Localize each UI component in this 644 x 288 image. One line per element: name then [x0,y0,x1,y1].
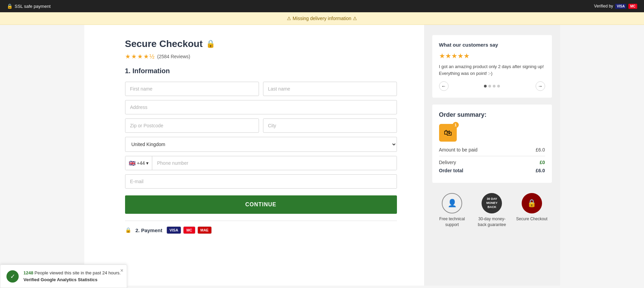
product-row: 🛍 1 [439,124,545,142]
sidebar-section: What our customers say ★★★★★ I got an am… [424,25,560,286]
secure-badge-icon: 🔒 [522,193,542,213]
visa-badge: VISA [615,4,626,9]
product-badge: 1 [453,122,459,128]
trust-badge-support: 👤 Free technical support [435,193,469,228]
zip-input[interactable] [125,118,259,133]
delivery-value: £0 [540,160,545,165]
email-group [125,174,397,189]
total-line: Order total £6.0 [439,168,545,173]
bottom-notification: ✓ 1248 People viewed this site in the pa… [0,265,127,288]
first-name-input[interactable] [125,82,259,96]
phone-prefix[interactable]: 🇬🇧 +44 ▾ [125,156,153,170]
payment-icon: 🔒 [125,227,132,233]
trust-badge-moneyback: 30 DAYMONEYBACK 30-day money-back guaran… [475,193,509,228]
moneyback-badge-icon: 30 DAYMONEYBACK [482,193,502,213]
order-divider [439,156,545,156]
star-rating: ★★★★½ [125,53,155,60]
trust-badge-secure: 🔒 Secure Checkout [515,193,549,222]
review-dots [484,85,500,87]
review-prev-button[interactable]: ← [439,81,449,91]
form-section: Secure Checkout 🔒 ★★★★½ (2584 Reviews) 1… [84,25,424,286]
payment-icons: VISA MC MAE [167,226,212,234]
delivery-label: Delivery [439,160,456,165]
review-card-title: What our customers say [439,42,545,48]
checkout-title: Secure Checkout 🔒 [125,38,397,49]
review-dot-1 [484,85,487,87]
email-input[interactable] [125,174,397,189]
order-summary: Order summary: 🛍 1 Amount to be paid £6.… [432,105,552,183]
top-bar: 🔒 SSL safe payment Verified by VISA MC [0,0,644,12]
phone-dropdown-icon: ▾ [146,160,149,166]
trust-badges: 👤 Free technical support 30 DAYMONEYBACK… [432,190,552,231]
name-row [125,82,397,96]
notification-text1: People viewed this site in the past 24 h… [35,270,121,275]
rating-row: ★★★★½ (2584 Reviews) [125,53,397,60]
verified-by: Verified by VISA MC [594,4,637,9]
zip-city-row [125,118,397,133]
mastercard-icon: MC [183,226,195,234]
checkout-title-text: Secure Checkout [125,38,203,49]
review-card: What our customers say ★★★★★ I got an am… [432,35,552,98]
phone-code: +44 [137,160,145,166]
main-layout: Secure Checkout 🔒 ★★★★½ (2584 Reviews) 1… [84,25,560,286]
maestro-icon: MAE [197,226,212,234]
warning-banner: ⚠ Missing delivery information ⚠ [0,12,644,25]
notification-close-button[interactable]: × [120,268,123,274]
country-select[interactable]: United Kingdom United States Germany Fra… [125,137,397,152]
payment-section: 🔒 2. Payment VISA MC MAE [125,221,397,234]
address-input[interactable] [125,100,397,114]
amount-line: Amount to be paid £6.0 [439,147,545,153]
section-title: 1. Information [125,67,397,75]
phone-input[interactable] [152,156,396,170]
notification-text: 1248 People viewed this site in the past… [23,270,121,283]
notification-count: 1248 [23,270,33,275]
amount-label: Amount to be paid [439,147,478,153]
verified-label: Verified by [594,4,613,9]
total-label: Order total [439,168,464,173]
product-emoji: 🛍 [444,128,452,138]
mc-badge: MC [628,4,637,9]
delivery-line: Delivery £0 [439,160,545,165]
order-summary-title: Order summary: [439,111,545,118]
flag-icon: 🇬🇧 [129,160,136,166]
total-value: £6.0 [536,168,545,173]
payment-label: 2. Payment [136,227,162,233]
country-group: United Kingdom United States Germany Fra… [125,137,397,152]
continue-button[interactable]: CONTINUE [125,195,397,214]
review-stars: ★★★★★ [439,52,545,60]
review-dot-2 [488,85,491,87]
review-dot-4 [497,85,500,87]
amount-value: £6.0 [536,147,545,153]
notification-text2: Verified Google Analytics Statistics [23,276,121,283]
review-dot-3 [493,85,495,87]
address-group [125,100,397,114]
review-nav: ← → [439,81,545,91]
checkout-lock-icon: 🔒 [206,39,215,48]
visa-icon: VISA [167,226,181,234]
secure-badge-label: Secure Checkout [516,216,547,222]
support-badge-icon: 👤 [442,193,462,213]
reviews-count: (2584 Reviews) [157,54,190,59]
lock-icon: 🔒 [7,3,13,9]
green-shield-icon: ✓ [6,270,19,283]
review-text: I got an amazing product only 2 days aft… [439,63,545,77]
review-next-button[interactable]: → [536,81,545,91]
support-badge-label: Free technical support [435,216,469,228]
moneyback-badge-label: 30-day money-back guarantee [475,216,509,228]
last-name-input[interactable] [263,82,397,96]
phone-row: 🇬🇧 +44 ▾ [125,156,397,170]
ssl-label: SSL safe payment [15,4,51,9]
product-image: 🛍 1 [439,124,457,142]
ssl-info: 🔒 SSL safe payment [7,3,51,9]
warning-message: ⚠ Missing delivery information ⚠ [287,16,357,21]
city-input[interactable] [263,118,397,133]
